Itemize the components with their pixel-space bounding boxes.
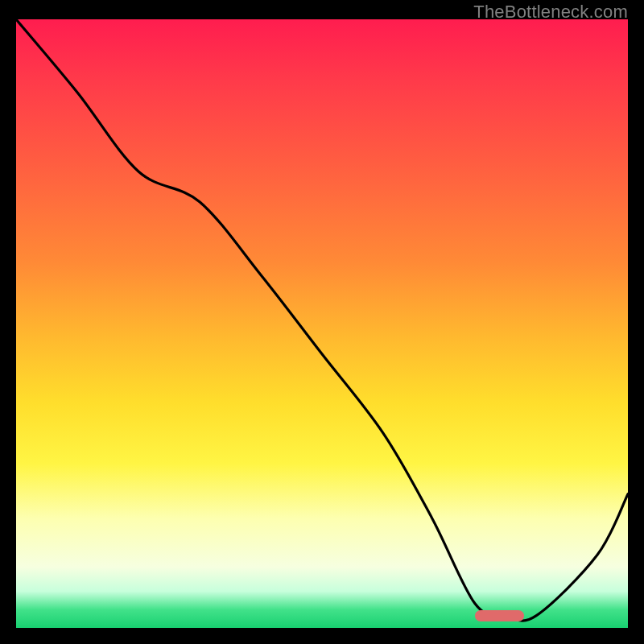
bottleneck-curve [16, 19, 628, 628]
chart-container: TheBottleneck.com [0, 0, 644, 644]
plot-area [16, 19, 628, 628]
optimal-marker [475, 610, 524, 621]
